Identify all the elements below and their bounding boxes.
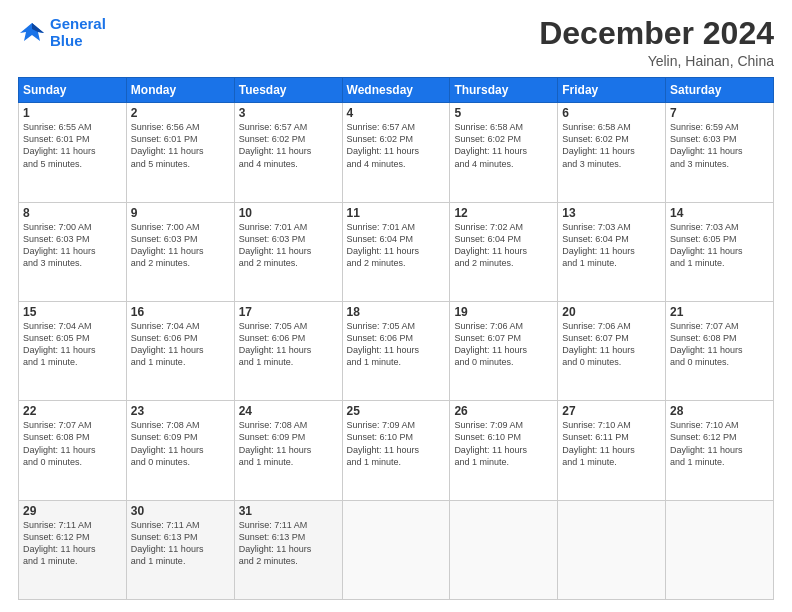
logo: General Blue: [18, 16, 106, 49]
day-info: Sunrise: 7:02 AM Sunset: 6:04 PM Dayligh…: [454, 221, 553, 270]
col-header-wednesday: Wednesday: [342, 78, 450, 103]
day-number: 24: [239, 404, 338, 418]
day-info: Sunrise: 7:11 AM Sunset: 6:12 PM Dayligh…: [23, 519, 122, 568]
col-header-thursday: Thursday: [450, 78, 558, 103]
day-number: 15: [23, 305, 122, 319]
table-row: 17Sunrise: 7:05 AM Sunset: 6:06 PM Dayli…: [234, 301, 342, 400]
subtitle: Yelin, Hainan, China: [539, 53, 774, 69]
day-info: Sunrise: 7:03 AM Sunset: 6:05 PM Dayligh…: [670, 221, 769, 270]
table-row: 10Sunrise: 7:01 AM Sunset: 6:03 PM Dayli…: [234, 202, 342, 301]
table-row: 18Sunrise: 7:05 AM Sunset: 6:06 PM Dayli…: [342, 301, 450, 400]
day-info: Sunrise: 7:04 AM Sunset: 6:06 PM Dayligh…: [131, 320, 230, 369]
table-row: 27Sunrise: 7:10 AM Sunset: 6:11 PM Dayli…: [558, 401, 666, 500]
table-row: 31Sunrise: 7:11 AM Sunset: 6:13 PM Dayli…: [234, 500, 342, 599]
table-row: [666, 500, 774, 599]
table-row: 22Sunrise: 7:07 AM Sunset: 6:08 PM Dayli…: [19, 401, 127, 500]
table-row: 30Sunrise: 7:11 AM Sunset: 6:13 PM Dayli…: [126, 500, 234, 599]
day-number: 17: [239, 305, 338, 319]
day-info: Sunrise: 7:01 AM Sunset: 6:04 PM Dayligh…: [347, 221, 446, 270]
day-number: 31: [239, 504, 338, 518]
table-row: 13Sunrise: 7:03 AM Sunset: 6:04 PM Dayli…: [558, 202, 666, 301]
day-number: 21: [670, 305, 769, 319]
table-row: [342, 500, 450, 599]
day-number: 25: [347, 404, 446, 418]
table-row: 1Sunrise: 6:55 AM Sunset: 6:01 PM Daylig…: [19, 103, 127, 202]
day-info: Sunrise: 6:58 AM Sunset: 6:02 PM Dayligh…: [562, 121, 661, 170]
table-row: 7Sunrise: 6:59 AM Sunset: 6:03 PM Daylig…: [666, 103, 774, 202]
day-number: 30: [131, 504, 230, 518]
calendar-page: General Blue December 2024 Yelin, Hainan…: [0, 0, 792, 612]
table-row: 16Sunrise: 7:04 AM Sunset: 6:06 PM Dayli…: [126, 301, 234, 400]
day-info: Sunrise: 7:00 AM Sunset: 6:03 PM Dayligh…: [23, 221, 122, 270]
table-row: 20Sunrise: 7:06 AM Sunset: 6:07 PM Dayli…: [558, 301, 666, 400]
day-info: Sunrise: 6:59 AM Sunset: 6:03 PM Dayligh…: [670, 121, 769, 170]
table-row: 21Sunrise: 7:07 AM Sunset: 6:08 PM Dayli…: [666, 301, 774, 400]
day-number: 2: [131, 106, 230, 120]
day-number: 5: [454, 106, 553, 120]
table-row: [450, 500, 558, 599]
col-header-sunday: Sunday: [19, 78, 127, 103]
day-number: 20: [562, 305, 661, 319]
table-row: 9Sunrise: 7:00 AM Sunset: 6:03 PM Daylig…: [126, 202, 234, 301]
table-row: [558, 500, 666, 599]
day-number: 13: [562, 206, 661, 220]
table-row: 3Sunrise: 6:57 AM Sunset: 6:02 PM Daylig…: [234, 103, 342, 202]
table-row: 12Sunrise: 7:02 AM Sunset: 6:04 PM Dayli…: [450, 202, 558, 301]
day-number: 16: [131, 305, 230, 319]
day-info: Sunrise: 7:03 AM Sunset: 6:04 PM Dayligh…: [562, 221, 661, 270]
day-number: 14: [670, 206, 769, 220]
day-info: Sunrise: 7:01 AM Sunset: 6:03 PM Dayligh…: [239, 221, 338, 270]
day-info: Sunrise: 7:10 AM Sunset: 6:11 PM Dayligh…: [562, 419, 661, 468]
table-row: 2Sunrise: 6:56 AM Sunset: 6:01 PM Daylig…: [126, 103, 234, 202]
day-number: 1: [23, 106, 122, 120]
day-info: Sunrise: 7:04 AM Sunset: 6:05 PM Dayligh…: [23, 320, 122, 369]
day-number: 29: [23, 504, 122, 518]
day-number: 28: [670, 404, 769, 418]
day-info: Sunrise: 6:56 AM Sunset: 6:01 PM Dayligh…: [131, 121, 230, 170]
logo-blue: Blue: [50, 33, 106, 50]
day-info: Sunrise: 7:00 AM Sunset: 6:03 PM Dayligh…: [131, 221, 230, 270]
day-number: 27: [562, 404, 661, 418]
day-info: Sunrise: 7:11 AM Sunset: 6:13 PM Dayligh…: [131, 519, 230, 568]
table-row: 8Sunrise: 7:00 AM Sunset: 6:03 PM Daylig…: [19, 202, 127, 301]
table-row: 15Sunrise: 7:04 AM Sunset: 6:05 PM Dayli…: [19, 301, 127, 400]
day-info: Sunrise: 6:58 AM Sunset: 6:02 PM Dayligh…: [454, 121, 553, 170]
day-number: 8: [23, 206, 122, 220]
day-number: 4: [347, 106, 446, 120]
day-info: Sunrise: 7:07 AM Sunset: 6:08 PM Dayligh…: [670, 320, 769, 369]
day-info: Sunrise: 7:05 AM Sunset: 6:06 PM Dayligh…: [239, 320, 338, 369]
day-number: 23: [131, 404, 230, 418]
title-block: December 2024 Yelin, Hainan, China: [539, 16, 774, 69]
main-title: December 2024: [539, 16, 774, 51]
day-info: Sunrise: 7:11 AM Sunset: 6:13 PM Dayligh…: [239, 519, 338, 568]
header: General Blue December 2024 Yelin, Hainan…: [18, 16, 774, 69]
table-row: 5Sunrise: 6:58 AM Sunset: 6:02 PM Daylig…: [450, 103, 558, 202]
day-number: 18: [347, 305, 446, 319]
day-number: 26: [454, 404, 553, 418]
day-number: 9: [131, 206, 230, 220]
table-row: 6Sunrise: 6:58 AM Sunset: 6:02 PM Daylig…: [558, 103, 666, 202]
col-header-tuesday: Tuesday: [234, 78, 342, 103]
col-header-friday: Friday: [558, 78, 666, 103]
table-row: 25Sunrise: 7:09 AM Sunset: 6:10 PM Dayli…: [342, 401, 450, 500]
day-info: Sunrise: 6:55 AM Sunset: 6:01 PM Dayligh…: [23, 121, 122, 170]
logo-general: General: [50, 15, 106, 32]
day-info: Sunrise: 7:07 AM Sunset: 6:08 PM Dayligh…: [23, 419, 122, 468]
day-number: 12: [454, 206, 553, 220]
day-number: 10: [239, 206, 338, 220]
table-row: 28Sunrise: 7:10 AM Sunset: 6:12 PM Dayli…: [666, 401, 774, 500]
table-row: 19Sunrise: 7:06 AM Sunset: 6:07 PM Dayli…: [450, 301, 558, 400]
table-row: 14Sunrise: 7:03 AM Sunset: 6:05 PM Dayli…: [666, 202, 774, 301]
day-number: 3: [239, 106, 338, 120]
day-number: 7: [670, 106, 769, 120]
day-info: Sunrise: 7:09 AM Sunset: 6:10 PM Dayligh…: [347, 419, 446, 468]
table-row: 23Sunrise: 7:08 AM Sunset: 6:09 PM Dayli…: [126, 401, 234, 500]
day-info: Sunrise: 7:08 AM Sunset: 6:09 PM Dayligh…: [239, 419, 338, 468]
day-info: Sunrise: 7:10 AM Sunset: 6:12 PM Dayligh…: [670, 419, 769, 468]
day-info: Sunrise: 6:57 AM Sunset: 6:02 PM Dayligh…: [239, 121, 338, 170]
col-header-monday: Monday: [126, 78, 234, 103]
day-info: Sunrise: 7:06 AM Sunset: 6:07 PM Dayligh…: [562, 320, 661, 369]
table-row: 4Sunrise: 6:57 AM Sunset: 6:02 PM Daylig…: [342, 103, 450, 202]
calendar-table: SundayMondayTuesdayWednesdayThursdayFrid…: [18, 77, 774, 600]
table-row: 29Sunrise: 7:11 AM Sunset: 6:12 PM Dayli…: [19, 500, 127, 599]
